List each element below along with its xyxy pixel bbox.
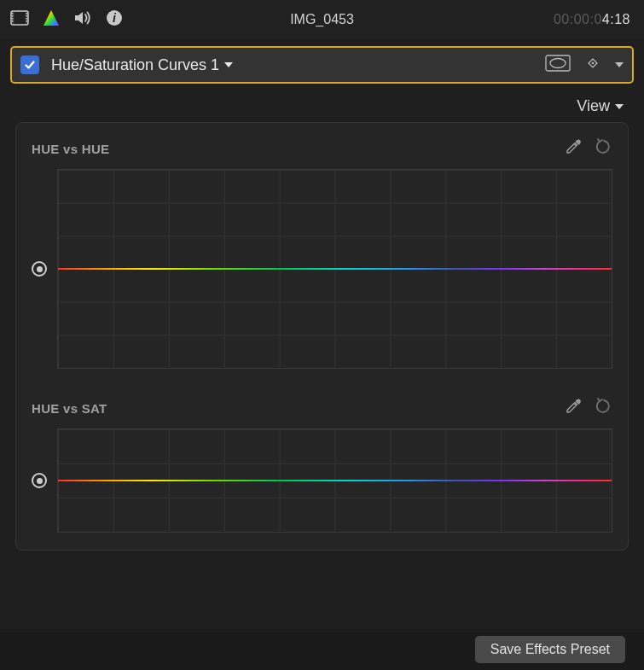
reset-icon[interactable] <box>595 138 612 159</box>
effect-menu-chevron-icon[interactable] <box>615 62 624 67</box>
save-effects-preset-button[interactable]: Save Effects Preset <box>475 636 625 663</box>
curve-section-hue-vs-sat: HUE vs SAT <box>18 386 626 550</box>
view-menu[interactable]: View <box>0 84 644 122</box>
view-menu-label: View <box>577 97 610 115</box>
audio-tab-icon[interactable] <box>73 9 92 30</box>
curve-title: HUE vs SAT <box>32 401 107 416</box>
spectrum-line <box>58 480 612 481</box>
eyedropper-icon[interactable] <box>565 138 582 159</box>
mask-icon[interactable] <box>545 55 571 75</box>
effect-title-dropdown[interactable]: Hue/Saturation Curves 1 <box>51 56 233 74</box>
eyedropper-icon[interactable] <box>565 398 582 418</box>
effect-title-label: Hue/Saturation Curves 1 <box>51 56 219 74</box>
svg-point-18 <box>592 62 595 65</box>
info-tab-icon[interactable]: i <box>106 9 123 30</box>
reset-icon[interactable] <box>595 398 612 418</box>
svg-rect-6 <box>12 18 14 20</box>
curve-section-hue-vs-hue: HUE vs HUE <box>18 126 626 386</box>
curve-title: HUE vs HUE <box>32 142 109 156</box>
svg-rect-15 <box>546 55 570 71</box>
inspector-topbar: i IMG_0453 00:00:04:18 <box>0 0 644 39</box>
chevron-down-icon <box>224 62 233 67</box>
svg-rect-5 <box>12 15 14 17</box>
svg-rect-9 <box>26 15 28 17</box>
curves-container: HUE vs HUE HUE vs SAT <box>15 122 629 551</box>
curve-grid-hue-vs-hue[interactable] <box>57 169 612 369</box>
spectrum-line <box>58 268 612 270</box>
svg-rect-11 <box>26 20 28 22</box>
video-tab-icon[interactable] <box>10 10 29 29</box>
svg-rect-8 <box>26 13 28 15</box>
timecode-dim: 00:00:0 <box>554 12 602 26</box>
curve-grid-hue-vs-sat[interactable] <box>57 428 612 533</box>
color-tab-icon[interactable] <box>43 9 60 30</box>
svg-point-16 <box>550 59 566 68</box>
effect-enable-checkbox[interactable] <box>20 55 39 74</box>
chevron-down-icon <box>615 104 624 109</box>
topbar-left-icons: i <box>10 9 123 30</box>
timecode: 00:00:04:18 <box>554 12 630 27</box>
timecode-bright: 4:18 <box>602 12 630 26</box>
keyframe-icon[interactable] <box>586 56 600 73</box>
svg-rect-10 <box>26 18 28 20</box>
svg-marker-12 <box>44 10 59 26</box>
curve-point-selector[interactable] <box>32 261 47 277</box>
svg-rect-4 <box>12 13 14 15</box>
effect-bar: Hue/Saturation Curves 1 <box>10 46 634 84</box>
curve-point-selector[interactable] <box>32 473 47 488</box>
footer: Save Effects Preset <box>0 629 644 670</box>
svg-rect-7 <box>12 20 14 22</box>
